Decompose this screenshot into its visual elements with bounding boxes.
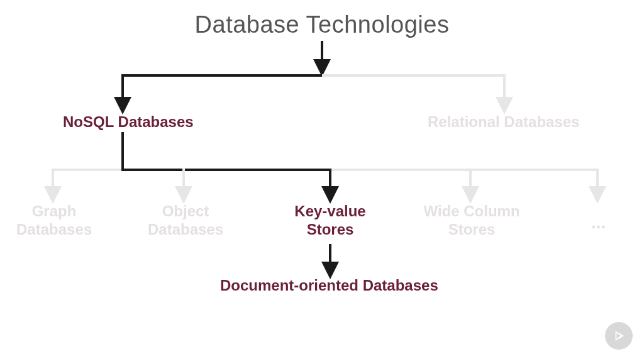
node-relational: Relational Databases: [428, 113, 579, 131]
node-widecolumn: Wide Column Stores: [418, 203, 525, 239]
node-keyvalue: Key-value Stores: [289, 203, 371, 239]
node-nosql: NoSQL Databases: [63, 113, 194, 131]
node-document: Document-oriented Databases: [220, 277, 438, 295]
diagram-title: Database Technologies: [195, 11, 450, 38]
node-graph: Graph Databases: [16, 203, 92, 239]
play-logo-icon: [605, 322, 633, 350]
node-object: Object Databases: [145, 203, 226, 239]
node-more: ...: [591, 213, 606, 233]
diagram-connectors: [0, 0, 644, 361]
